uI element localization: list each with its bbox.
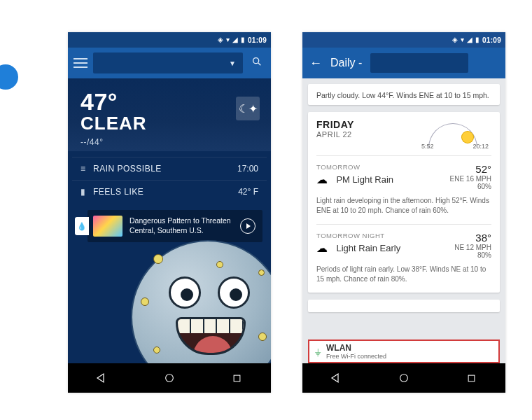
back-icon[interactable]: ← [309,56,322,71]
nav-recent-icon[interactable] [230,371,244,385]
android-navbar [302,363,505,393]
temperature: 47° [80,88,258,115]
forecast-wind: ENE 16 MPH [450,175,491,183]
signal-icon: ◢ [467,36,472,43]
next-card-peek [308,300,500,312]
wlan-sub: Free Wi-Fi connected [326,353,386,360]
status-icon: ◈ [218,36,223,43]
nav-recent-icon[interactable] [465,371,479,385]
forecast-desc: Periods of light rain early. Low 38°F. W… [316,265,491,284]
page-accent-dot [0,64,18,90]
news-headline: Dangerous Pattern to Threaten Central, S… [130,216,233,235]
forecast-wind: NE 12 MPH [454,244,491,251]
rain-cloud-icon: ☁︎ [316,173,330,186]
status-icon: ◈ [452,36,458,43]
forecast-hi: 52° [450,163,491,175]
rain-icon: ≡ [80,164,93,174]
forecast-desc: Light rain developing in the afternoon. … [316,196,491,216]
forecast-item[interactable]: TOMORROW ☁︎ PM Light Rain 52° ENE 16 MPH… [308,156,500,224]
phone-left: ◈ ▾ ◢ ▮ 01:09 ▼ 47° CLEAR --/44° ☾✦ ≡ RA… [68,32,271,393]
sun-arc: 5:52 20:12 [414,119,491,147]
row-label: FEELS LIKE [93,187,238,197]
page-title: Daily - [330,57,362,69]
nav-home-icon[interactable] [162,371,176,385]
svg-line-1 [258,63,260,65]
app-bar: ← Daily - [302,48,505,78]
forecast-label: TOMORROW NIGHT [316,232,447,239]
current-conditions: 47° CLEAR --/44° ☾✦ [68,78,271,151]
status-bar: ◈ ▾ ◢ ▮ 01:09 [68,32,271,48]
night-icon[interactable]: ☾✦ [236,97,260,120]
forecast-label: TOMORROW [316,163,443,171]
thermometer-icon: ▮ [80,187,93,197]
wlan-title: WLAN [326,343,386,353]
detail-rows: ≡ RAIN POSSIBLE 17:00 ▮ FEELS LIKE 42° F [72,157,267,203]
forecast-hi: 38° [454,232,491,244]
wifi-icon: ▾ [226,36,230,43]
forecast-scroll[interactable]: Partly cloudy. Low 44°F. Winds ENE at 10… [302,78,505,363]
day-card: FRIDAY APRIL 22 5:52 20:12 TOMORROW [308,112,500,293]
status-bar: ◈ ▾ ◢ ▮ 01:09 [302,32,505,48]
moon-illustration [68,233,271,366]
condition-text: CLEAR [80,113,258,134]
forecast-name: Light Rain Early [336,243,400,253]
status-time: 01:09 [482,36,501,44]
battery-icon: ▮ [475,36,479,43]
detail-row[interactable]: ≡ RAIN POSSIBLE 17:00 [72,157,267,180]
signal-icon: ◢ [232,36,238,43]
svg-rect-5 [468,375,475,382]
svg-point-4 [400,374,408,382]
search-icon[interactable] [248,53,265,73]
rain-cloud-icon: ☁︎ [316,241,330,255]
location-dropdown[interactable]: ▼ [93,52,243,74]
day-name: FRIDAY [316,119,354,130]
sunset-time: 20:12 [472,143,489,150]
summary-text: Partly cloudy. Low 44°F. Winds ENE at 10… [308,84,500,105]
forecast-chance: 80% [454,251,491,259]
nav-back-icon[interactable] [329,371,343,385]
play-icon[interactable] [240,218,255,234]
nav-back-icon[interactable] [94,371,108,385]
menu-icon[interactable] [74,58,88,68]
forecast-name: PM Light Rain [336,174,393,185]
day-date: APRIL 22 [316,130,354,139]
svg-rect-3 [234,375,240,382]
row-value: 17:00 [237,164,258,174]
svg-point-0 [253,58,259,64]
wifi-icon: ▾ [461,36,464,43]
forecast-chance: 60% [450,183,491,190]
chevron-down-icon: ▼ [229,59,236,67]
summary-card: Partly cloudy. Low 44°F. Winds ENE at 10… [308,84,500,105]
drop-icon[interactable]: 💧 [75,217,89,235]
nav-home-icon[interactable] [397,371,411,385]
phone-right: ◈ ▾ ◢ ▮ 01:09 ← Daily - Partly cloudy. L… [302,32,505,393]
battery-icon: ▮ [241,36,245,43]
wifi-icon: ⏚ [315,346,321,357]
forecast-item[interactable]: TOMORROW NIGHT ☁︎ Light Rain Early 38° N… [308,225,500,293]
sunrise-time: 5:52 [421,143,434,150]
svg-point-2 [166,374,174,382]
news-thumbnail [93,216,122,237]
row-label: RAIN POSSIBLE [93,164,237,174]
wlan-notification[interactable]: ⏚ WLAN Free Wi-Fi connected [308,340,500,363]
sun-icon [462,132,473,143]
news-card[interactable]: 💧 Dangerous Pattern to Threaten Central,… [88,210,262,242]
app-bar: ▼ [68,48,271,78]
android-navbar [68,363,271,393]
row-value: 42° F [238,187,258,197]
detail-row[interactable]: ▮ FEELS LIKE 42° F [72,180,267,203]
status-time: 01:09 [248,36,267,44]
hi-lo: --/44° [80,137,258,147]
location-chip[interactable] [370,53,468,73]
